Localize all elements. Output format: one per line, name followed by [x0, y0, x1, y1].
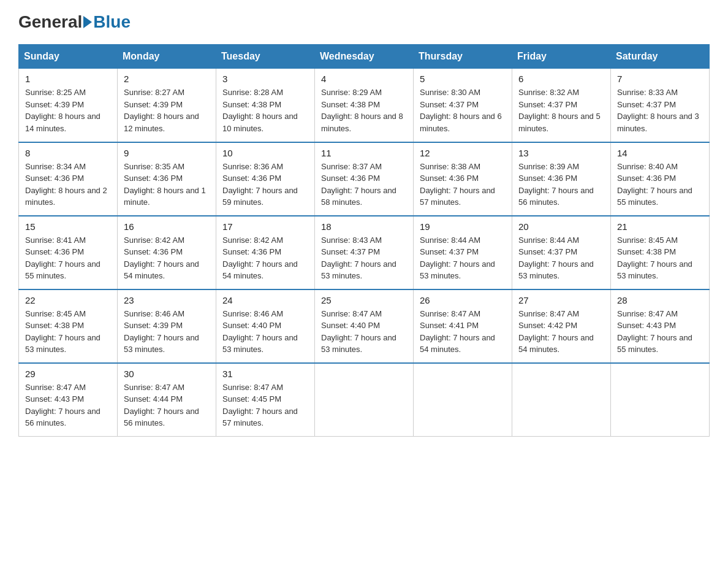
calendar-cell: 26Sunrise: 8:47 AMSunset: 4:41 PMDayligh…: [414, 289, 512, 363]
calendar-cell: 11Sunrise: 8:37 AMSunset: 4:36 PMDayligh…: [315, 142, 414, 216]
col-header-friday: Friday: [512, 45, 611, 69]
day-number: 16: [124, 221, 210, 232]
calendar-cell: 10Sunrise: 8:36 AMSunset: 4:36 PMDayligh…: [216, 142, 315, 216]
calendar-header-row: SundayMondayTuesdayWednesdayThursdayFrid…: [19, 45, 710, 69]
day-number: 27: [518, 295, 604, 305]
day-number: 30: [124, 369, 210, 379]
calendar-cell: 13Sunrise: 8:39 AMSunset: 4:36 PMDayligh…: [512, 142, 611, 216]
calendar-cell: 3Sunrise: 8:28 AMSunset: 4:38 PMDaylight…: [216, 69, 315, 142]
day-number: 2: [124, 74, 210, 84]
day-number: 15: [25, 221, 111, 232]
day-info: Sunrise: 8:36 AMSunset: 4:36 PMDaylight:…: [222, 161, 308, 209]
col-header-sunday: Sunday: [19, 45, 118, 69]
col-header-wednesday: Wednesday: [315, 45, 414, 69]
day-number: 24: [222, 295, 308, 305]
calendar-cell: 5Sunrise: 8:30 AMSunset: 4:37 PMDaylight…: [414, 69, 512, 142]
day-number: 18: [321, 221, 407, 232]
calendar-cell: 2Sunrise: 8:27 AMSunset: 4:39 PMDaylight…: [118, 69, 216, 142]
calendar-cell: [414, 363, 512, 437]
day-number: 7: [617, 74, 703, 84]
day-info: Sunrise: 8:47 AMSunset: 4:40 PMDaylight:…: [321, 308, 407, 356]
day-info: Sunrise: 8:47 AMSunset: 4:42 PMDaylight:…: [518, 308, 604, 356]
calendar-cell: 9Sunrise: 8:35 AMSunset: 4:36 PMDaylight…: [118, 142, 216, 216]
day-info: Sunrise: 8:47 AMSunset: 4:41 PMDaylight:…: [420, 308, 506, 356]
calendar-cell: 16Sunrise: 8:42 AMSunset: 4:36 PMDayligh…: [118, 216, 216, 289]
day-info: Sunrise: 8:47 AMSunset: 4:43 PMDaylight:…: [617, 308, 703, 356]
calendar-cell: 14Sunrise: 8:40 AMSunset: 4:36 PMDayligh…: [611, 142, 710, 216]
day-info: Sunrise: 8:25 AMSunset: 4:39 PMDaylight:…: [25, 86, 111, 134]
col-header-monday: Monday: [118, 45, 216, 69]
day-number: 3: [222, 74, 308, 84]
day-number: 19: [420, 221, 506, 232]
day-info: Sunrise: 8:44 AMSunset: 4:37 PMDaylight:…: [420, 234, 506, 282]
day-number: 13: [518, 148, 604, 158]
col-header-tuesday: Tuesday: [216, 45, 315, 69]
calendar-cell: [315, 363, 414, 437]
day-info: Sunrise: 8:29 AMSunset: 4:38 PMDaylight:…: [321, 86, 407, 134]
col-header-thursday: Thursday: [414, 45, 512, 69]
day-info: Sunrise: 8:40 AMSunset: 4:36 PMDaylight:…: [617, 161, 703, 209]
calendar-cell: 28Sunrise: 8:47 AMSunset: 4:43 PMDayligh…: [611, 289, 710, 363]
page-header: General Blue: [18, 12, 710, 32]
calendar-cell: 23Sunrise: 8:46 AMSunset: 4:39 PMDayligh…: [118, 289, 216, 363]
day-info: Sunrise: 8:34 AMSunset: 4:36 PMDaylight:…: [25, 161, 111, 209]
day-number: 9: [124, 148, 210, 158]
day-number: 10: [222, 148, 308, 158]
calendar-cell: [512, 363, 611, 437]
day-number: 11: [321, 148, 407, 158]
day-number: 23: [124, 295, 210, 305]
day-number: 14: [617, 148, 703, 158]
day-info: Sunrise: 8:28 AMSunset: 4:38 PMDaylight:…: [222, 86, 308, 134]
day-info: Sunrise: 8:42 AMSunset: 4:36 PMDaylight:…: [124, 234, 210, 282]
col-header-saturday: Saturday: [611, 45, 710, 69]
calendar-cell: 15Sunrise: 8:41 AMSunset: 4:36 PMDayligh…: [19, 216, 118, 289]
calendar-cell: 25Sunrise: 8:47 AMSunset: 4:40 PMDayligh…: [315, 289, 414, 363]
calendar-cell: 19Sunrise: 8:44 AMSunset: 4:37 PMDayligh…: [414, 216, 512, 289]
calendar-cell: 30Sunrise: 8:47 AMSunset: 4:44 PMDayligh…: [118, 363, 216, 437]
logo-arrow-icon: [83, 16, 92, 28]
day-info: Sunrise: 8:45 AMSunset: 4:38 PMDaylight:…: [25, 308, 111, 356]
logo: General Blue: [18, 12, 131, 32]
day-info: Sunrise: 8:47 AMSunset: 4:43 PMDaylight:…: [25, 381, 111, 429]
calendar-cell: 8Sunrise: 8:34 AMSunset: 4:36 PMDaylight…: [19, 142, 118, 216]
logo-blue-text: Blue: [93, 12, 131, 32]
calendar-cell: 20Sunrise: 8:44 AMSunset: 4:37 PMDayligh…: [512, 216, 611, 289]
day-info: Sunrise: 8:44 AMSunset: 4:37 PMDaylight:…: [518, 234, 604, 282]
calendar-cell: [611, 363, 710, 437]
calendar-cell: 1Sunrise: 8:25 AMSunset: 4:39 PMDaylight…: [19, 69, 118, 142]
calendar-week-row: 29Sunrise: 8:47 AMSunset: 4:43 PMDayligh…: [19, 363, 710, 437]
calendar-week-row: 22Sunrise: 8:45 AMSunset: 4:38 PMDayligh…: [19, 289, 710, 363]
calendar-cell: 31Sunrise: 8:47 AMSunset: 4:45 PMDayligh…: [216, 363, 315, 437]
day-number: 26: [420, 295, 506, 305]
calendar-cell: 6Sunrise: 8:32 AMSunset: 4:37 PMDaylight…: [512, 69, 611, 142]
day-info: Sunrise: 8:45 AMSunset: 4:38 PMDaylight:…: [617, 234, 703, 282]
day-info: Sunrise: 8:37 AMSunset: 4:36 PMDaylight:…: [321, 161, 407, 209]
day-info: Sunrise: 8:42 AMSunset: 4:36 PMDaylight:…: [222, 234, 308, 282]
day-info: Sunrise: 8:30 AMSunset: 4:37 PMDaylight:…: [420, 86, 506, 134]
day-number: 25: [321, 295, 407, 305]
day-number: 21: [617, 221, 703, 232]
calendar-cell: 22Sunrise: 8:45 AMSunset: 4:38 PMDayligh…: [19, 289, 118, 363]
day-number: 17: [222, 221, 308, 232]
calendar-cell: 24Sunrise: 8:46 AMSunset: 4:40 PMDayligh…: [216, 289, 315, 363]
day-info: Sunrise: 8:38 AMSunset: 4:36 PMDaylight:…: [420, 161, 506, 209]
day-number: 8: [25, 148, 111, 158]
calendar-cell: 12Sunrise: 8:38 AMSunset: 4:36 PMDayligh…: [414, 142, 512, 216]
day-info: Sunrise: 8:39 AMSunset: 4:36 PMDaylight:…: [518, 161, 604, 209]
calendar-cell: 21Sunrise: 8:45 AMSunset: 4:38 PMDayligh…: [611, 216, 710, 289]
calendar-week-row: 1Sunrise: 8:25 AMSunset: 4:39 PMDaylight…: [19, 69, 710, 142]
day-number: 22: [25, 295, 111, 305]
day-info: Sunrise: 8:33 AMSunset: 4:37 PMDaylight:…: [617, 86, 703, 134]
day-info: Sunrise: 8:41 AMSunset: 4:36 PMDaylight:…: [25, 234, 111, 282]
day-info: Sunrise: 8:47 AMSunset: 4:45 PMDaylight:…: [222, 381, 308, 429]
calendar-cell: 29Sunrise: 8:47 AMSunset: 4:43 PMDayligh…: [19, 363, 118, 437]
day-number: 20: [518, 221, 604, 232]
logo-general-text: General: [18, 12, 82, 32]
day-number: 4: [321, 74, 407, 84]
day-number: 12: [420, 148, 506, 158]
day-info: Sunrise: 8:32 AMSunset: 4:37 PMDaylight:…: [518, 86, 604, 134]
calendar-cell: 17Sunrise: 8:42 AMSunset: 4:36 PMDayligh…: [216, 216, 315, 289]
calendar-cell: 18Sunrise: 8:43 AMSunset: 4:37 PMDayligh…: [315, 216, 414, 289]
calendar-table: SundayMondayTuesdayWednesdayThursdayFrid…: [18, 44, 710, 437]
calendar-cell: 7Sunrise: 8:33 AMSunset: 4:37 PMDaylight…: [611, 69, 710, 142]
